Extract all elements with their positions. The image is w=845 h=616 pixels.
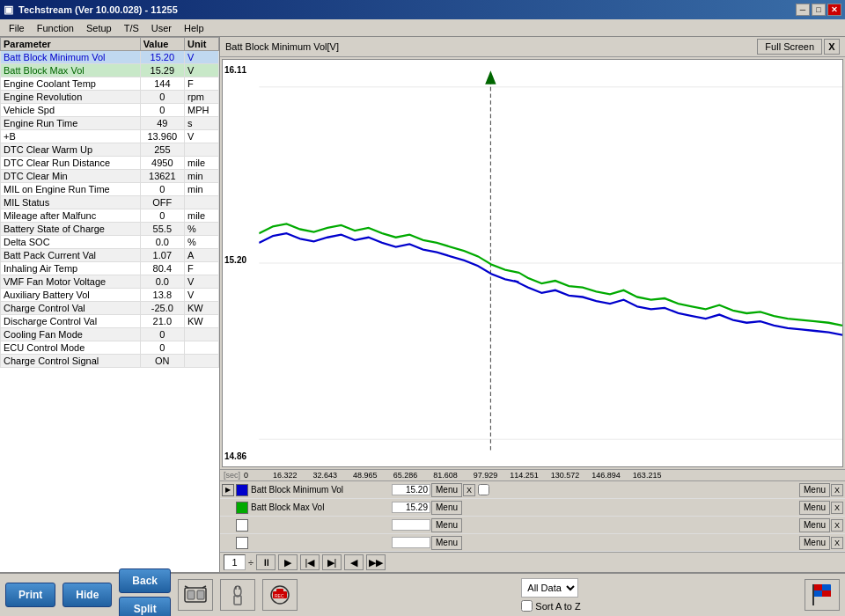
playback-step-back[interactable]: ◀ (344, 554, 364, 570)
print-button[interactable]: Print (5, 583, 55, 607)
menu-help[interactable]: Help (179, 22, 209, 34)
hide-button[interactable]: Hide (62, 583, 112, 607)
table-row: DTC Clear Min13621min (1, 170, 219, 183)
legend-value-3[interactable] (392, 519, 430, 531)
param-unit: V (185, 51, 219, 64)
legend-x-btn-3b[interactable]: X (831, 519, 843, 532)
table-row: Vehicle Spd0MPH (1, 104, 219, 117)
param-unit (185, 196, 219, 209)
playback-next-end[interactable]: ▶| (322, 554, 342, 570)
param-value: 0 (140, 328, 184, 341)
table-row: Engine Coolant Temp144F (1, 77, 219, 91)
table-row: Batt Block Max Vol15.29V (1, 64, 219, 77)
param-name: Batt Block Minimum Vol (1, 51, 141, 64)
table-row: Auxiliary Battery Vol13.8V (1, 289, 219, 302)
legend-menu-btn-2b[interactable]: Menu (799, 501, 830, 515)
param-unit: V (185, 130, 219, 143)
legend-menu-btn-1[interactable]: Menu (431, 483, 462, 497)
legend-menu-btn-3b[interactable]: Menu (799, 518, 830, 532)
menu-function[interactable]: Function (32, 22, 79, 34)
chart-title: Batt Block Minimum Vol[V] (225, 41, 339, 52)
x-val-9: 146.894 (592, 471, 621, 480)
split-button[interactable]: Split (119, 597, 171, 616)
param-value: 255 (140, 143, 184, 157)
param-name: Charge Control Val (1, 302, 141, 315)
legend-color-2 (236, 502, 248, 514)
svg-point-11 (234, 586, 241, 597)
legend-menu-btn-4[interactable]: Menu (431, 536, 462, 550)
record-button[interactable]: REC (262, 579, 298, 611)
param-value: 13.8 (140, 289, 184, 302)
legend-menu-btn-3[interactable]: Menu (431, 518, 462, 532)
legend-menu-btn-4b[interactable]: Menu (799, 536, 830, 550)
window-controls[interactable]: ─ □ ✕ (796, 4, 841, 16)
menu-user[interactable]: User (146, 22, 177, 34)
minimize-button[interactable]: ─ (796, 4, 810, 16)
close-button[interactable]: ✕ (827, 4, 841, 16)
menu-ts[interactable]: T/S (119, 22, 144, 34)
param-value: 1.07 (140, 249, 184, 262)
y-max-label: 16.11 (224, 65, 246, 75)
table-row: DTC Clear Warm Up255 (1, 143, 219, 157)
playback-play[interactable]: ▶ (278, 554, 298, 570)
main-content: Parameter Value Unit Batt Block Minimum … (0, 37, 845, 572)
table-row: Engine Run Time49s (1, 117, 219, 130)
chart-close-button[interactable]: X (824, 39, 840, 55)
param-unit (185, 355, 219, 368)
menu-bar: File Function Setup T/S User Help (0, 19, 845, 37)
legend-value-4[interactable] (392, 537, 430, 548)
sort-checkbox[interactable] (521, 600, 533, 612)
legend-play-btn-1[interactable]: ▶ (222, 484, 234, 496)
legend-check-1[interactable] (478, 484, 489, 495)
legend-color-1 (236, 484, 248, 496)
param-value: 13.960 (140, 130, 184, 143)
menu-setup[interactable]: Setup (81, 22, 117, 34)
param-name: Battery State of Charge (1, 223, 141, 236)
svg-rect-7 (187, 590, 195, 599)
legend-menu-btn-1b[interactable]: Menu (799, 483, 830, 497)
x-val-2: 32.643 (313, 471, 338, 480)
app-icon: ▣ (4, 4, 13, 16)
legend-x-btn-1[interactable]: X (463, 484, 475, 496)
param-name: Engine Run Time (1, 117, 141, 130)
param-unit (185, 143, 219, 157)
param-unit: V (185, 289, 219, 302)
legend-value-2[interactable] (392, 502, 430, 513)
param-value: 0 (140, 209, 184, 223)
param-name: ECU Control Mode (1, 341, 141, 355)
snapshot-button[interactable] (178, 579, 213, 611)
param-value: 15.29 (140, 64, 184, 77)
legend-x-btn-4b[interactable]: X (831, 537, 843, 549)
param-name: Inhaling Air Temp (1, 262, 141, 275)
svg-rect-8 (197, 590, 204, 599)
tool-icon (225, 583, 250, 607)
data-filter-dropdown[interactable]: All Data (521, 578, 578, 598)
legend-x-btn-1b[interactable]: X (831, 484, 843, 496)
playback-pause[interactable]: ⏸ (256, 554, 276, 570)
playback-prev-end[interactable]: |◀ (300, 554, 320, 570)
snapshot-icon (183, 583, 208, 607)
legend-x-btn-2b[interactable]: X (831, 502, 843, 514)
x-axis-row: [sec] 0 16.322 32.643 48.965 65.286 81.6… (220, 470, 845, 481)
param-value: 0 (140, 341, 184, 355)
tool-button[interactable] (220, 579, 255, 611)
param-unit: F (185, 77, 219, 91)
flag-button[interactable] (805, 579, 840, 611)
maximize-button[interactable]: □ (812, 4, 826, 16)
legend-menu-btn-2[interactable]: Menu (431, 501, 462, 515)
legend-value-1[interactable] (392, 484, 430, 495)
chart-svg (223, 60, 842, 466)
param-name: Engine Revolution (1, 91, 141, 104)
x-val-0: 0 (244, 471, 248, 480)
x-val-1: 16.322 (273, 471, 298, 480)
playback-step-fwd[interactable]: ▶▶ (366, 554, 386, 570)
param-value: -25.0 (140, 302, 184, 315)
param-unit: % (185, 236, 219, 249)
param-name: DTC Clear Run Distance (1, 157, 141, 170)
param-name: MIL on Engine Run Time (1, 183, 141, 196)
menu-file[interactable]: File (4, 22, 30, 34)
fullscreen-button[interactable]: Full Screen (757, 39, 822, 55)
back-button[interactable]: Back (119, 568, 171, 593)
playback-counter[interactable] (224, 554, 246, 570)
y-mid-label: 15.20 (224, 255, 246, 265)
